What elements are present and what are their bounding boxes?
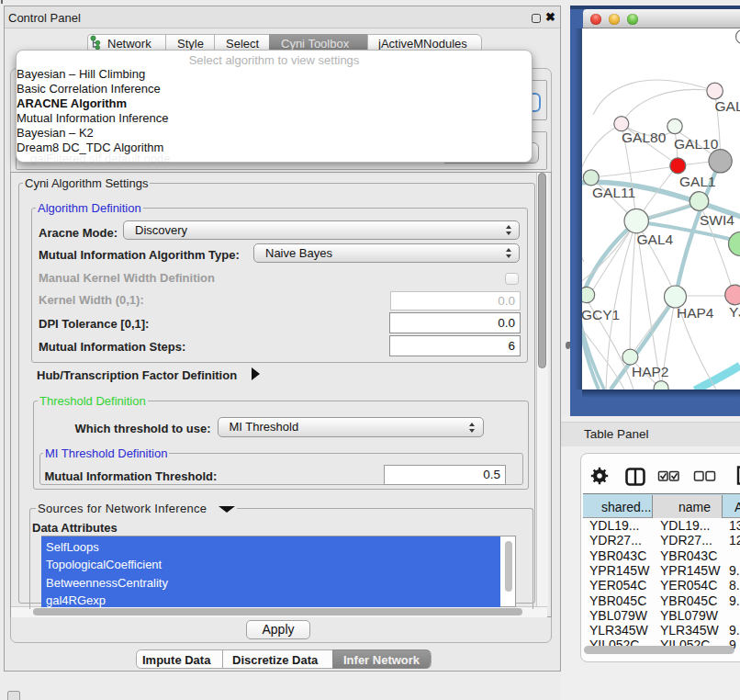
svg-text:GAL10: GAL10 [674, 136, 719, 152]
svg-text:GCY1: GCY1 [582, 307, 620, 322]
svg-text:GAL1: GAL1 [679, 174, 716, 189]
svg-text:YJ: YJ [729, 304, 740, 320]
svg-text:GAL11: GAL11 [592, 185, 635, 200]
svg-text:SWI4: SWI4 [700, 212, 734, 228]
svg-text:HAP4: HAP4 [677, 305, 714, 321]
svg-text:GAL80: GAL80 [622, 130, 667, 145]
svg-text:GAL7: GAL7 [715, 98, 740, 114]
svg-text:HAP2: HAP2 [632, 364, 669, 379]
svg-text:GAL4: GAL4 [637, 231, 674, 247]
